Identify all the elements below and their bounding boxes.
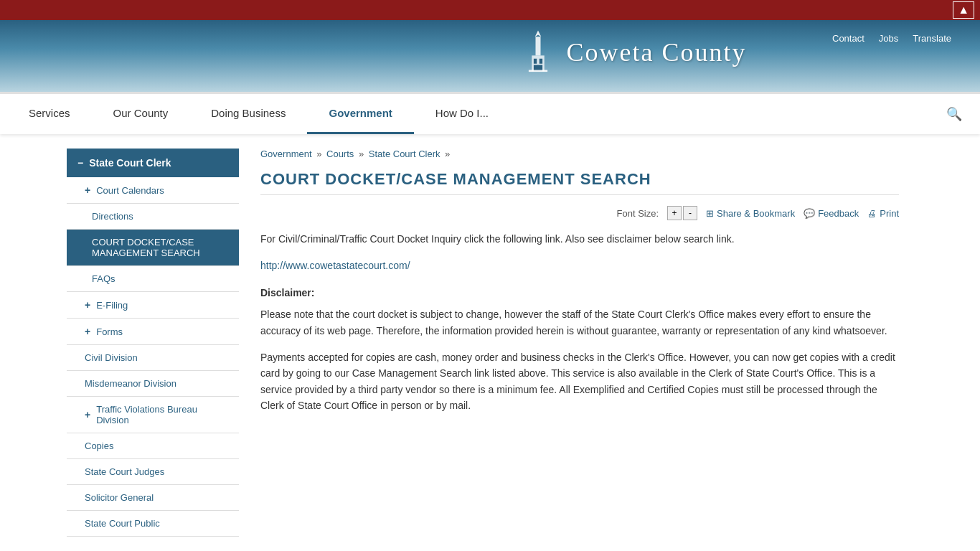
sidebar-item-state-court-public[interactable]: State Court Public (67, 511, 239, 537)
breadcrumb-sep-3: » (445, 149, 450, 159)
share-bookmark-link[interactable]: ⊞ Share & Bookmark (706, 208, 795, 219)
svg-rect-5 (528, 70, 547, 72)
sidebar-item-directions[interactable]: Directions (67, 204, 239, 230)
sidebar-item-label: Solicitor General (85, 492, 154, 503)
sidebar-item-efiling[interactable]: + E-Filing (67, 292, 239, 319)
font-decrease-button[interactable]: - (683, 206, 697, 220)
breadcrumb: Government » Courts » State Court Clerk … (260, 149, 899, 159)
court-docket-link[interactable]: http://www.cowetastatecourt.com/ (260, 260, 410, 271)
header-top: Coweta County Contact Jobs Translate (0, 27, 980, 77)
feedback-label: Feedback (818, 208, 859, 219)
main-nav: Services Our County Doing Business Gover… (0, 92, 980, 134)
plus-icon: + (85, 184, 90, 196)
sidebar-item-label: State Court Judges (85, 466, 164, 477)
svg-rect-2 (533, 59, 536, 64)
sidebar-item-court-docket[interactable]: COURT DOCKET/CASE MANAGEMENT SEARCH (67, 230, 239, 266)
breadcrumb-state-court-clerk[interactable]: State Court Clerk (369, 149, 440, 159)
disclaimer-title: Disclaimer: (260, 285, 899, 301)
sidebar-item-solicitor-general[interactable]: Solicitor General (67, 485, 239, 511)
top-bar: ▲ (0, 0, 980, 20)
nav-item-doing-business[interactable]: Doing Business (189, 94, 307, 134)
nav-item-services[interactable]: Services (7, 94, 92, 134)
main-container: − State Court Clerk + Court Calendars Di… (60, 134, 920, 551)
sidebar-header[interactable]: − State Court Clerk (67, 149, 239, 177)
breadcrumb-sep-1: » (316, 149, 324, 159)
print-label: Print (880, 208, 899, 219)
sidebar-item-misdemeanor-division[interactable]: Misdemeanor Division (67, 371, 239, 397)
nav-search-button[interactable]: 🔍 (936, 94, 973, 134)
sidebar-item-court-calendars[interactable]: + Court Calendars (67, 177, 239, 204)
feedback-link[interactable]: 💬 Feedback (804, 208, 859, 219)
sidebar-item-label: E-Filing (96, 300, 128, 311)
breadcrumb-sep-2: » (359, 149, 367, 159)
page-title: COURT DOCKET/CASE MANAGEMENT SEARCH (260, 170, 899, 195)
sidebar-item-civil-division[interactable]: Civil Division (67, 345, 239, 371)
sidebar-item-label: Misdemeanor Division (85, 378, 176, 389)
sidebar-item-faqs[interactable]: FAQs (67, 266, 239, 292)
intro-text: For Civil/Criminal/Traffic Court Docket … (260, 231, 899, 247)
nav-item-government[interactable]: Government (307, 94, 413, 134)
feedback-icon: 💬 (804, 208, 815, 219)
main-content: Government » Courts » State Court Clerk … (253, 149, 906, 537)
jobs-link[interactable]: Jobs (879, 33, 898, 44)
sidebar-item-forms[interactable]: + Forms (67, 319, 239, 345)
sidebar-item-label: Civil Division (85, 352, 138, 363)
share-icon: ⊞ (706, 208, 714, 219)
sidebar-item-label: Directions (92, 211, 133, 222)
sidebar-item-label: State Court Public (85, 518, 160, 529)
font-increase-button[interactable]: + (667, 206, 682, 220)
svg-rect-3 (539, 59, 542, 64)
sidebar-item-label: Copies (85, 441, 113, 451)
site-logo-icon (517, 27, 560, 77)
font-size-bar: Font Size: + - ⊞ Share & Bookmark 💬 Feed… (260, 206, 899, 220)
sidebar-collapse-icon: − (77, 157, 83, 169)
sidebar: − State Court Clerk + Court Calendars Di… (67, 149, 239, 537)
header-links: Contact Jobs Translate (832, 33, 951, 44)
sidebar-item-traffic-violations[interactable]: + Traffic Violations Bureau Division (67, 397, 239, 433)
sidebar-item-label: Traffic Violations Bureau Division (96, 404, 228, 425)
court-link-paragraph: http://www.cowetastatecourt.com/ (260, 258, 899, 273)
sidebar-item-label: COURT DOCKET/CASE MANAGEMENT SEARCH (92, 237, 228, 258)
sidebar-item-label: FAQs (92, 273, 116, 284)
sidebar-item-label: Forms (96, 326, 123, 337)
translate-link[interactable]: Translate (913, 33, 951, 44)
contact-link[interactable]: Contact (832, 33, 864, 44)
font-size-label: Font Size: (617, 208, 659, 219)
plus-icon: + (85, 326, 90, 337)
sidebar-item-copies[interactable]: Copies (67, 433, 239, 459)
share-label: Share & Bookmark (717, 208, 795, 219)
plus-icon: + (85, 409, 90, 420)
site-header: Coweta County Contact Jobs Translate (0, 20, 980, 92)
sidebar-header-label: State Court Clerk (89, 157, 171, 169)
breadcrumb-courts[interactable]: Courts (326, 149, 354, 159)
site-logo-text: Coweta County (567, 37, 747, 67)
sidebar-item-state-court-judges[interactable]: State Court Judges (67, 459, 239, 485)
plus-icon: + (85, 299, 90, 311)
print-icon: 🖨 (867, 208, 877, 219)
svg-rect-0 (535, 37, 540, 55)
scroll-top-button[interactable]: ▲ (953, 1, 974, 19)
disclaimer-paragraph-2: Payments accepted for copies are cash, m… (260, 349, 899, 414)
nav-item-our-county[interactable]: Our County (92, 94, 190, 134)
breadcrumb-government[interactable]: Government (260, 149, 312, 159)
nav-item-how-do-i[interactable]: How Do I... (414, 94, 510, 134)
disclaimer-paragraph-1: Please note that the court docket is sub… (260, 306, 899, 339)
logo-area: Coweta County (430, 27, 832, 77)
print-link[interactable]: 🖨 Print (867, 208, 899, 219)
font-size-controls: + - (667, 206, 697, 220)
sidebar-item-label: Court Calendars (96, 185, 164, 196)
